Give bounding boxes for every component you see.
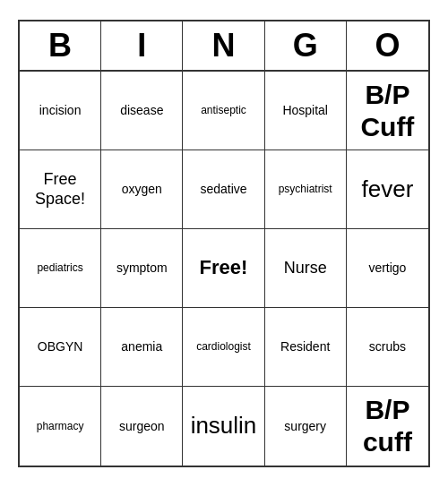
cell-text: symptom (116, 261, 168, 276)
cell-4-3: surgery (265, 387, 347, 466)
cell-2-4: vertigo (347, 229, 428, 308)
cell-2-1: symptom (101, 229, 183, 308)
cell-4-4: B/Pcuff (347, 387, 428, 466)
cell-4-0: pharmacy (20, 387, 101, 466)
cell-2-0: pediatrics (20, 229, 101, 308)
cell-text: pharmacy (37, 420, 84, 432)
cell-text: vertigo (368, 261, 406, 276)
cell-3-1: anemia (101, 308, 183, 387)
cell-2-3: Nurse (265, 229, 347, 308)
cell-text: Nurse (284, 259, 327, 278)
cell-0-1: disease (101, 72, 183, 150)
cell-text: surgeon (119, 419, 165, 434)
cell-1-2: sedative (183, 150, 264, 229)
cell-3-0: OBGYN (20, 308, 101, 387)
cell-text: OBGYN (38, 339, 83, 355)
bingo-grid: incisiondiseaseantisepticHospitalB/PCuff… (20, 72, 428, 466)
cell-text: cardiologist (196, 340, 251, 353)
cell-text: sedative (200, 182, 246, 197)
header-letter: B (20, 21, 101, 70)
cell-3-4: scrubs (347, 308, 428, 387)
cell-text: FreeSpace! (35, 170, 85, 209)
cell-text: surgery (284, 419, 326, 434)
cell-text: pediatrics (37, 261, 82, 274)
cell-4-2: insulin (183, 387, 264, 466)
cell-text: anemia (121, 339, 162, 355)
cell-text: B/PCuff (360, 79, 414, 143)
cell-4-1: surgeon (101, 387, 183, 466)
header-letter: O (347, 21, 428, 70)
cell-3-2: cardiologist (183, 308, 264, 387)
cell-text: disease (120, 103, 163, 118)
cell-3-3: Resident (265, 308, 347, 387)
cell-1-1: oxygen (101, 150, 183, 229)
cell-text: antiseptic (201, 104, 246, 116)
cell-text: Free! (200, 256, 248, 279)
cell-1-0: FreeSpace! (20, 150, 101, 229)
header-letter: G (265, 21, 347, 70)
cell-text: Hospital (282, 103, 328, 118)
cell-text: scrubs (369, 339, 406, 355)
header-letter: I (101, 21, 183, 70)
cell-text: B/Pcuff (363, 394, 412, 458)
bingo-header: BINGO (20, 21, 428, 72)
header-letter: N (183, 21, 264, 70)
cell-text: Resident (280, 339, 330, 355)
cell-text: oxygen (122, 182, 162, 197)
cell-text: psychiatrist (279, 183, 332, 195)
cell-0-3: Hospital (265, 72, 347, 150)
cell-0-2: antiseptic (183, 72, 264, 150)
bingo-card: BINGO incisiondiseaseantisepticHospitalB… (18, 20, 430, 467)
cell-0-0: incision (20, 72, 101, 150)
cell-0-4: B/PCuff (347, 72, 428, 150)
cell-1-4: fever (347, 150, 428, 229)
cell-text: fever (361, 175, 413, 203)
cell-2-2: Free! (183, 229, 264, 308)
cell-text: incision (39, 103, 82, 118)
cell-1-3: psychiatrist (265, 150, 347, 229)
cell-text: insulin (191, 412, 257, 440)
